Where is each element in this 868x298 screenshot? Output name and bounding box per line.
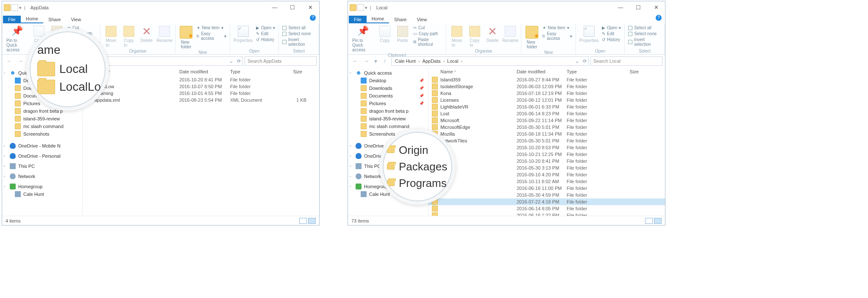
nav-item-screenshots[interactable]: Screenshots — [2, 130, 82, 138]
file-row[interactable]: NetworkTiles 2016-05-30 5:01 PM File fol… — [428, 137, 665, 144]
col-name[interactable]: Name ^ — [440, 69, 517, 74]
help-icon[interactable]: ? — [656, 15, 662, 21]
nav-item-pictures[interactable]: Pictures📌 — [348, 100, 428, 107]
rename-button[interactable]: Rename — [156, 25, 172, 44]
new-item-button[interactable]: ✦ New item ▾ — [542, 25, 573, 31]
breadcrumb-segment[interactable]: Local — [445, 58, 460, 64]
file-row[interactable]: MicrosoftEdge 2016-05-30 5:01 PM File fo… — [428, 124, 665, 131]
search-input[interactable]: Search Local — [590, 56, 662, 66]
file-row[interactable]: Microsoft 2016-09-22 11:14 PM File folde… — [428, 117, 665, 124]
delete-button[interactable]: ✕Delete — [484, 25, 501, 44]
col-size[interactable]: Size — [609, 69, 643, 74]
tab-view[interactable]: View — [412, 16, 432, 23]
minimize-button[interactable]: — — [266, 1, 284, 13]
file-row[interactable]: 2016-10-21 12:25 PM File folder — [428, 151, 665, 158]
chevron-right-icon[interactable]: › — [4, 164, 5, 168]
chevron-right-icon[interactable]: › — [4, 154, 5, 158]
view-icons-button[interactable] — [654, 218, 662, 224]
view-icons-button[interactable] — [308, 218, 316, 224]
breadcrumb-dropdown-icon[interactable]: ⌄ — [229, 58, 233, 64]
file-row[interactable]: Licenses 2016-08-12 12:01 PM File folder — [428, 97, 665, 103]
edit-button[interactable]: ✎ Edit — [601, 31, 622, 36]
nav-item-island[interactable]: island-359-review — [2, 115, 82, 123]
copy-button[interactable]: Copy — [377, 25, 393, 44]
select-none-button[interactable]: Select none — [627, 31, 662, 36]
tab-share[interactable]: Share — [43, 16, 66, 23]
paste-shortcut-button[interactable]: ⧉ Paste shortcut — [412, 37, 443, 47]
breadcrumb-segment[interactable]: Cale Hunt — [393, 58, 417, 64]
qat-dropdown-icon[interactable]: ▾ — [19, 5, 22, 11]
properties-button[interactable]: ✔Properties — [579, 25, 599, 44]
file-row[interactable]: 2016-09-10 4:20 PM File folder — [428, 171, 665, 178]
select-all-button[interactable]: Select all — [627, 25, 662, 31]
close-button[interactable]: ✕ — [301, 1, 319, 13]
tab-home[interactable]: Home — [21, 15, 43, 23]
chevron-right-icon[interactable]: › — [350, 144, 351, 148]
breadcrumb-segment[interactable]: AppData — [421, 58, 442, 64]
invert-selection-button[interactable]: Invert selection — [627, 37, 662, 47]
file-row[interactable]: 2016-10-11 6:02 AM File folder — [428, 178, 665, 185]
new-item-button[interactable]: ✦ New item ▾ — [196, 25, 227, 31]
chevron-right-icon[interactable]: › — [4, 71, 5, 75]
new-folder-button[interactable]: New folder — [524, 25, 540, 50]
move-to-button[interactable]: Move to — [103, 25, 119, 48]
easy-access-button[interactable]: ⎘ Easy access ▾ — [542, 31, 573, 41]
nav-item-dragon[interactable]: dragon front beta p — [348, 107, 428, 115]
chevron-right-icon[interactable]: › — [4, 144, 5, 148]
edit-button[interactable]: ✎ Edit — [255, 31, 276, 36]
refresh-icon[interactable]: ⟳ — [237, 58, 241, 64]
help-icon[interactable]: ? — [310, 15, 316, 21]
file-row[interactable]: Mozilla 2016-08-18 11:34 PM File folder — [428, 131, 665, 137]
file-row[interactable]: 2016-10-20 8:41 PM File folder — [428, 158, 665, 164]
col-type[interactable]: Type — [567, 69, 609, 74]
cut-button[interactable]: ✂ Cut — [412, 25, 443, 31]
file-row[interactable]: 2016-05-30 4:59 PM File folder — [428, 192, 665, 198]
delete-button[interactable]: ✕Delete — [139, 25, 155, 44]
chevron-right-icon[interactable]: › — [4, 174, 5, 178]
maximize-button[interactable]: ☐ — [284, 1, 301, 13]
file-row[interactable]: 2016-06-14 8:05 PM File folder — [428, 205, 665, 212]
nav-item-documents[interactable]: Documents📌 — [348, 92, 428, 100]
chevron-right-icon[interactable]: › — [4, 184, 5, 189]
tab-file[interactable]: File — [3, 16, 21, 23]
minimize-button[interactable]: — — [612, 1, 629, 13]
copy-path-button[interactable]: ▭ Copy path — [412, 31, 443, 36]
chevron-right-icon[interactable]: › — [350, 184, 351, 189]
file-row[interactable]: LightbladeVR 2016-06-01 6:33 PM File fol… — [428, 103, 665, 110]
file-row[interactable]: Island359 2016-09-27 8:44 PM File folder — [428, 76, 665, 83]
file-row[interactable]: IsolatedStorage 2016-06-03 12:09 PM File… — [428, 83, 665, 90]
file-row[interactable]: 2016-07-22 4:18 PM File folder — [428, 198, 665, 205]
view-details-button[interactable] — [299, 218, 307, 224]
nav-item-onedrive_p[interactable]: ›OneDrive - Personal — [2, 152, 82, 160]
history-button[interactable]: ↺ History — [601, 37, 622, 42]
tab-file[interactable]: File — [349, 16, 367, 23]
copy-to-button[interactable]: Copy to — [121, 25, 137, 48]
maximize-button[interactable]: ☐ — [629, 1, 647, 13]
nav-item-mcslash[interactable]: mc slash command — [2, 123, 82, 130]
col-date[interactable]: Date modified — [517, 69, 567, 74]
nav-item-downloads[interactable]: Downloads📌 — [348, 84, 428, 92]
rename-button[interactable]: Rename — [502, 25, 518, 44]
col-size[interactable]: Size — [273, 69, 306, 74]
nav-item-onedrive_m[interactable]: ›OneDrive - Mobile N — [2, 142, 82, 150]
pin-quick-access-button[interactable]: 📌Pin to Quick access — [5, 25, 29, 53]
file-row[interactable]: Roaming 2016-10-01 4:55 PM File folder — [83, 90, 319, 97]
chevron-right-icon[interactable]: › — [350, 174, 351, 178]
properties-button[interactable]: ✔Properties — [233, 25, 253, 44]
close-button[interactable]: ✕ — [647, 1, 665, 13]
col-type[interactable]: Type — [230, 69, 273, 74]
search-input[interactable]: Search AppData — [245, 56, 317, 66]
file-row[interactable]: Lost 2016-06-14 8:23 PM File folder — [428, 110, 665, 117]
select-none-button[interactable]: Select none — [281, 31, 316, 36]
file-row[interactable]: 2016-06-16 1:32 PM File folder — [428, 212, 665, 216]
nav-item-cale[interactable]: Cale Hunt — [2, 190, 82, 198]
nav-item-desktop[interactable]: Desktop📌 — [348, 77, 428, 84]
breadcrumb-dropdown-icon[interactable]: ⌄ — [575, 58, 579, 64]
nav-item-island[interactable]: island-359-review — [348, 115, 428, 123]
copy-to-button[interactable]: Copy to — [467, 25, 483, 48]
nav-item-homegroup[interactable]: ›Homegroup — [2, 183, 82, 190]
easy-access-button[interactable]: ⎘ Easy access ▾ — [196, 31, 227, 41]
paste-button[interactable]: Paste — [395, 25, 411, 44]
breadcrumb[interactable]: Cale Hunt›AppData›Local› ⌄ ⟳ — [391, 56, 589, 66]
open-button[interactable]: ▶ Open ▾ — [601, 25, 622, 31]
